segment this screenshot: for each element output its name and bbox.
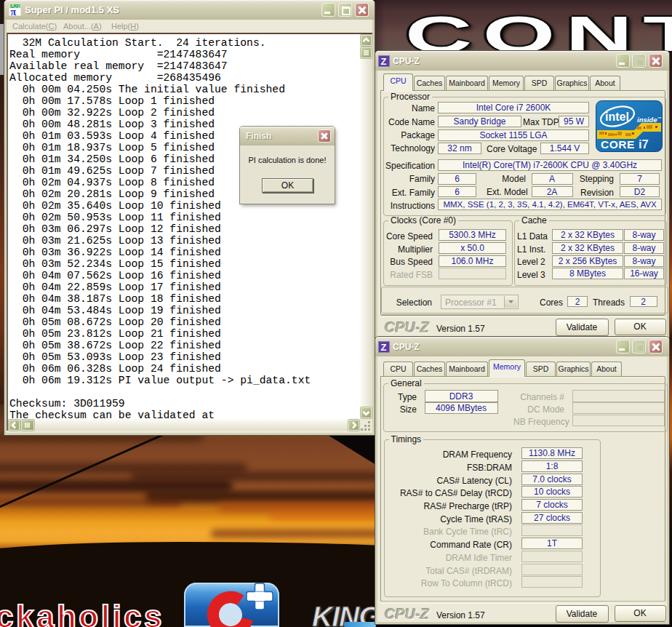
svg-text:CORE: CORE — [601, 138, 635, 151]
svg-text:i7: i7 — [639, 137, 649, 151]
svg-text:intel: intel — [605, 111, 629, 123]
svg-text:Z: Z — [381, 342, 387, 353]
svg-text:π: π — [11, 7, 17, 17]
svg-text:Z: Z — [381, 56, 387, 67]
